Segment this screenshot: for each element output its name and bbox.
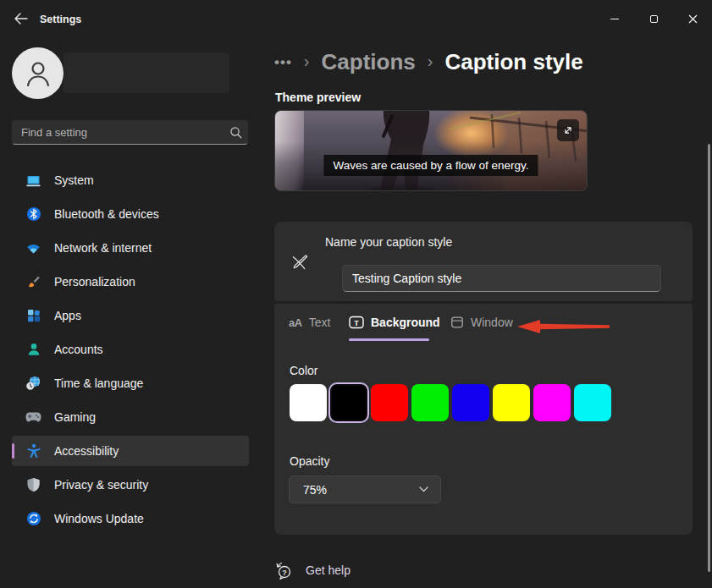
name-caption-style-label: Name your caption style xyxy=(325,235,452,249)
sidebar-item-time-language[interactable]: Time & language xyxy=(12,368,249,398)
avatar[interactable] xyxy=(12,47,63,99)
sidebar-item-privacy-security[interactable]: Privacy & security xyxy=(12,470,249,500)
window-frame-icon xyxy=(450,316,464,329)
accessibility-icon xyxy=(25,443,41,459)
back-button[interactable] xyxy=(7,8,34,30)
color-label: Color xyxy=(290,364,317,377)
sidebar-item-label: Bluetooth & devices xyxy=(54,207,159,221)
sidebar-item-label: Privacy & security xyxy=(54,478,148,492)
svg-text:T: T xyxy=(354,319,359,327)
close-button[interactable] xyxy=(673,0,712,38)
sidebar-nav: SystemBluetooth & devicesNetwork & inter… xyxy=(12,165,249,537)
minimize-button[interactable] xyxy=(595,0,634,38)
sidebar-item-label: System xyxy=(54,173,94,187)
annotation-arrow-icon xyxy=(516,319,610,338)
tab-text[interactable]: aA Text xyxy=(289,316,330,329)
breadcrumb: ••• › Captions › Caption style xyxy=(274,49,583,75)
sidebar-item-network-internet[interactable]: Network & internet xyxy=(12,233,249,263)
chevron-right-icon: › xyxy=(428,52,433,74)
sidebar-item-label: Apps xyxy=(54,309,81,322)
help-bubble-icon: ? xyxy=(274,560,293,580)
color-swatch-blue[interactable] xyxy=(452,384,489,421)
main-content: ••• › Captions › Caption style Theme pre… xyxy=(274,38,712,588)
sidebar-item-accounts[interactable]: Accounts xyxy=(12,334,249,365)
sidebar-item-personalization[interactable]: Personalization xyxy=(12,267,249,297)
color-swatch-white[interactable] xyxy=(290,384,327,421)
expand-preview-button[interactable] xyxy=(557,119,579,141)
color-swatch-green[interactable] xyxy=(411,384,449,421)
sidebar-item-label: Time & language xyxy=(54,376,143,390)
sidebar-item-apps[interactable]: Apps xyxy=(12,300,249,331)
sidebar-item-label: Gaming xyxy=(54,410,96,424)
apps-icon xyxy=(25,308,41,324)
color-swatch-red[interactable] xyxy=(371,384,408,421)
text-aA-icon: aA xyxy=(289,316,302,329)
expand-diagonal-icon xyxy=(562,124,574,136)
color-swatch-cyan[interactable] xyxy=(574,384,611,421)
chevron-right-icon: › xyxy=(304,52,310,74)
opacity-dropdown[interactable]: 75% xyxy=(289,475,441,503)
minimize-icon xyxy=(610,19,619,19)
opacity-value: 75% xyxy=(290,483,419,497)
breadcrumb-overflow-button[interactable]: ••• xyxy=(274,54,292,71)
color-swatch-black[interactable] xyxy=(330,384,367,421)
sidebar-item-label: Accounts xyxy=(54,343,103,356)
breadcrumb-captions-link[interactable]: Captions xyxy=(322,49,416,75)
theme-preview-image: Waves are caused by a flow of energy. xyxy=(274,110,588,191)
selected-accent-bar xyxy=(12,443,14,459)
color-swatch-row xyxy=(290,384,611,421)
tab-window[interactable]: Window xyxy=(450,316,513,329)
titlebar: Settings xyxy=(0,0,712,38)
account-name-placeholder[interactable] xyxy=(63,52,229,93)
arrow-left-icon xyxy=(14,13,28,25)
privacy-icon xyxy=(25,477,41,493)
theme-preview-label: Theme preview xyxy=(275,91,361,104)
gaming-icon xyxy=(25,409,41,426)
close-icon xyxy=(688,14,698,24)
selected-tab-underline xyxy=(349,338,429,341)
system-icon xyxy=(25,173,41,189)
app-title: Settings xyxy=(40,14,81,25)
sidebar-item-label: Personalization xyxy=(54,275,135,289)
caption-style-name-input[interactable] xyxy=(342,265,661,292)
windows-update-icon xyxy=(25,511,41,527)
caption-sample-text: Waves are caused by a flow of energy. xyxy=(323,155,538,176)
search-box xyxy=(12,120,248,145)
tab-background[interactable]: T Background xyxy=(349,316,440,329)
svg-text:?: ? xyxy=(282,569,287,577)
time-language-icon xyxy=(25,376,41,392)
sidebar-item-system[interactable]: System xyxy=(12,165,249,195)
caption-style-card: aA Text T Background Window xyxy=(274,304,693,535)
page-title: Caption style xyxy=(444,49,582,75)
maximize-button[interactable] xyxy=(634,0,673,38)
chevron-down-icon xyxy=(419,486,440,492)
sidebar-item-label: Windows Update xyxy=(54,512,144,525)
sidebar-item-label: Accessibility xyxy=(54,444,119,458)
search-icon[interactable] xyxy=(224,126,247,139)
caption-name-card: Name your caption style xyxy=(274,222,693,301)
sidebar-item-windows-update[interactable]: Windows Update xyxy=(12,503,249,534)
maximize-icon xyxy=(650,15,658,23)
sidebar: SystemBluetooth & devicesNetwork & inter… xyxy=(0,38,261,588)
personalization-icon xyxy=(25,274,41,290)
sidebar-item-accessibility[interactable]: Accessibility xyxy=(12,436,249,466)
sidebar-item-gaming[interactable]: Gaming xyxy=(12,402,249,432)
sidebar-item-label: Network & internet xyxy=(54,241,152,255)
accounts-icon xyxy=(25,342,41,358)
bluetooth-icon xyxy=(25,206,41,223)
sidebar-item-bluetooth-devices[interactable]: Bluetooth & devices xyxy=(12,199,249,229)
background-T-icon: T xyxy=(349,316,364,329)
color-swatch-yellow[interactable] xyxy=(493,384,530,421)
search-input[interactable] xyxy=(13,126,224,139)
color-swatch-magenta[interactable] xyxy=(533,384,571,421)
network-icon xyxy=(25,240,41,256)
rename-pencil-icon xyxy=(290,252,309,276)
person-outline-icon xyxy=(23,58,53,90)
settings-window: Settings xyxy=(0,0,712,588)
get-help-button[interactable]: ? Get help xyxy=(274,560,350,580)
vertical-scrollbar[interactable] xyxy=(708,144,710,572)
opacity-label: Opacity xyxy=(290,454,329,468)
